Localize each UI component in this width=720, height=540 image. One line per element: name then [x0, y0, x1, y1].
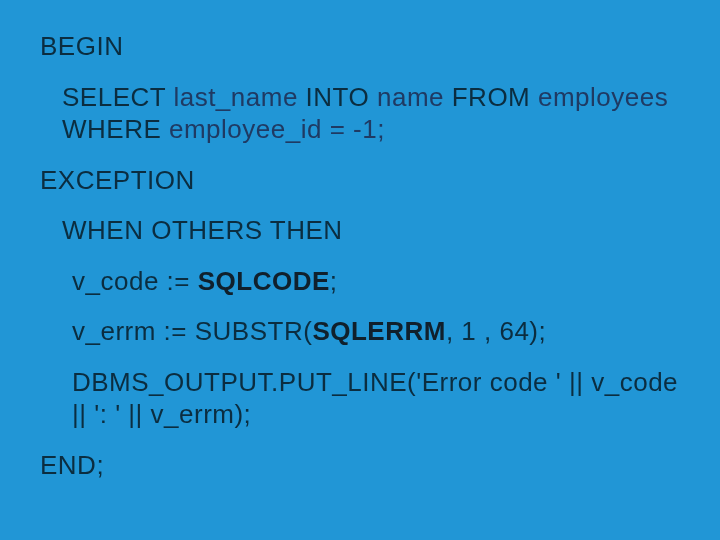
slide-content: BEGIN SELECT last_name INTO name FROM em… — [0, 0, 720, 540]
id-lastname: last_name — [166, 82, 306, 112]
text-substrtail: , 1 , 64); — [446, 316, 546, 346]
code-line-exception: EXCEPTION — [40, 164, 680, 197]
code-line-sqlerrm: v_errm := SUBSTR(SQLERRM, 1 , 64); — [40, 315, 680, 348]
text-verrm: v_errm := SUBSTR( — [72, 316, 312, 346]
code-line-select: SELECT last_name INTO name FROM employee… — [40, 81, 680, 146]
text-vcode: v_code := — [72, 266, 198, 296]
kw-into: INTO — [306, 82, 370, 112]
text-semi1: ; — [330, 266, 338, 296]
code-line-whenothers: WHEN OTHERS THEN — [40, 214, 680, 247]
id-empid: employee_id = -1; — [161, 114, 385, 144]
kw-where: WHERE — [62, 114, 161, 144]
id-name: name — [369, 82, 452, 112]
id-employees: employees — [530, 82, 668, 112]
kw-sqlcode: SQLCODE — [198, 266, 330, 296]
code-line-putline: DBMS_OUTPUT.PUT_LINE('Error code ' || v_… — [40, 366, 680, 431]
code-line-end: END; — [40, 449, 680, 482]
kw-select: SELECT — [62, 82, 166, 112]
kw-sqlerrm: SQLERRM — [312, 316, 446, 346]
code-line-begin: BEGIN — [40, 30, 680, 63]
code-line-sqlcode: v_code := SQLCODE; — [40, 265, 680, 298]
kw-from: FROM — [452, 82, 531, 112]
